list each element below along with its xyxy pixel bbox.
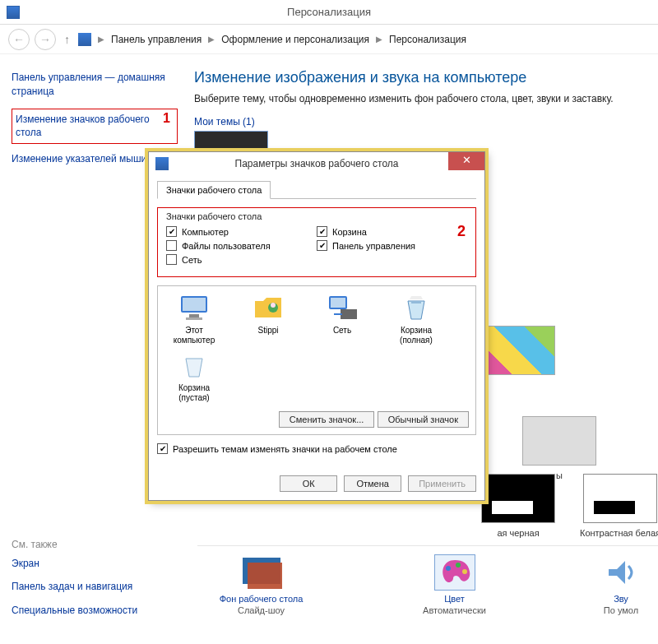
icon-label: Корзина (полная) (400, 326, 433, 345)
color-item[interactable]: Цвет Автоматически (407, 554, 502, 636)
svg-point-3 (456, 563, 461, 568)
see-also-taskbar-link[interactable]: Панель задач и навигация (12, 580, 178, 594)
group-legend: Значки рабочего стола (166, 211, 467, 221)
sidebar-change-desktop-icons-link[interactable]: Изменение значков рабочего стола (16, 113, 172, 141)
svg-rect-8 (186, 317, 202, 320)
recycle-bin-full-icon (400, 293, 433, 322)
checkbox-allow-themes[interactable]: ✔Разрешить темам изменять значки на рабо… (157, 443, 476, 454)
nav-bar: ← → ↑ ▶ Панель управления ▶ Оформление и… (0, 25, 658, 54)
theme-item[interactable]: ы (518, 416, 600, 480)
icon-preview-user[interactable]: Stippi (239, 293, 298, 345)
icon-preview-network[interactable]: Сеть (313, 293, 372, 345)
apply-button[interactable]: Применить (408, 475, 476, 492)
see-also-ease-link[interactable]: Специальные возможности (12, 604, 178, 618)
theme-item-hc-white[interactable]: Контрастная белая (579, 474, 658, 538)
recycle-bin-empty-icon (178, 350, 211, 380)
desktop-bg-title: Фон рабочего стола (214, 594, 308, 604)
checkbox-label: Корзина (332, 227, 367, 237)
sound-item[interactable]: Зву По умол (600, 554, 642, 636)
highlight-box-2: Значки рабочего стола 2 ✔Компьютер Файлы… (157, 207, 476, 277)
forward-button[interactable]: → (35, 29, 56, 50)
my-themes-label: Мои темы (1) (194, 116, 650, 127)
dialog-title: Параметры значков рабочего стола (235, 158, 399, 169)
icon-label: Корзина (пустая) (178, 383, 210, 402)
user-folder-icon (252, 293, 285, 322)
dialog-footer: ОК Отмена Применить (149, 467, 484, 500)
icons-preview-pane: Этот компьютер Stippi Сеть Корзина (полн… (157, 285, 476, 435)
checkbox-user-files[interactable]: Файлы пользователя (166, 240, 317, 251)
icon-preview-recycle-full[interactable]: Корзина (полная) (387, 293, 446, 345)
theme-swatch-icon (481, 326, 555, 375)
checkbox-computer[interactable]: ✔Компьютер (166, 226, 317, 237)
app-icon (7, 6, 20, 19)
theme-item-hc-black[interactable]: ая черная (477, 474, 559, 538)
checkbox-label: Компьютер (182, 227, 229, 237)
svg-rect-13 (341, 309, 357, 319)
highlight-box-1: Изменение значков рабочего стола 1 (12, 109, 178, 145)
chevron-right-icon: ▶ (376, 35, 382, 44)
window-titlebar: Персонализация (0, 0, 658, 25)
chevron-right-icon: ▶ (98, 35, 104, 44)
icon-label: Stippi (257, 326, 278, 335)
see-also-screen-link[interactable]: Экран (12, 557, 178, 571)
checkbox-recycle-bin[interactable]: ✔Корзина (317, 226, 467, 237)
cancel-button[interactable]: Отмена (344, 475, 401, 492)
network-icon (326, 293, 359, 322)
breadcrumb-item[interactable]: Оформление и персонализация (221, 34, 369, 45)
dialog-titlebar[interactable]: Параметры значков рабочего стола ✕ (149, 152, 484, 175)
theme-swatch-icon (522, 416, 596, 466)
color-title: Цвет (407, 594, 502, 604)
theme-row: ая черная Контрастная белая (477, 474, 658, 538)
bottom-strip: Фон рабочего стола Слайд-шоу Цвет Автома… (197, 545, 658, 644)
icon-preview-this-pc[interactable]: Этот компьютер (164, 293, 224, 345)
svg-point-10 (271, 303, 276, 308)
default-icon-button[interactable]: Обычный значок (378, 411, 469, 428)
svg-point-2 (446, 566, 451, 571)
ok-button[interactable]: ОК (280, 475, 337, 492)
tab-strip: Значки рабочего стола (157, 180, 476, 199)
checkbox-label: Файлы пользователя (182, 241, 271, 251)
checkbox-network[interactable]: Сеть (166, 254, 317, 265)
window-title: Персонализация (287, 6, 371, 18)
back-button[interactable]: ← (8, 29, 30, 50)
computer-icon (178, 293, 211, 322)
theme-label: Контрастная белая (579, 528, 658, 538)
desktop-icons-dialog: Параметры значков рабочего стола ✕ Значк… (148, 151, 485, 501)
breadcrumb-item[interactable]: Панель управления (111, 34, 202, 45)
see-also-heading: См. также (12, 539, 178, 550)
desktop-bg-item[interactable]: Фон рабочего стола Слайд-шоу (214, 554, 308, 636)
checkbox-label: Сеть (182, 255, 202, 265)
desktop-bg-icon (241, 554, 282, 591)
color-value: Автоматически (407, 605, 502, 615)
svg-rect-6 (183, 298, 206, 311)
svg-point-4 (462, 569, 467, 574)
theme-row (477, 326, 559, 380)
desktop-bg-value: Слайд-шоу (214, 605, 308, 615)
sound-value: По умол (600, 605, 642, 615)
dialog-icon (155, 157, 169, 170)
annotation-2: 2 (457, 223, 466, 240)
icon-preview-recycle-empty[interactable]: Корзина (пустая) (164, 350, 224, 403)
page-subtitle: Выберите тему, чтобы одновременно измени… (194, 93, 650, 104)
svg-rect-7 (189, 314, 199, 317)
theme-swatch-icon (481, 474, 555, 523)
sound-icon (600, 554, 642, 591)
theme-swatch-icon (583, 474, 657, 523)
tab-desktop-icons[interactable]: Значки рабочего стола (157, 181, 271, 199)
annotation-1: 1 (163, 111, 170, 126)
chevron-right-icon: ▶ (208, 35, 215, 44)
change-icon-button[interactable]: Сменить значок... (279, 411, 375, 428)
breadcrumb-item[interactable]: Персонализация (389, 34, 466, 45)
svg-rect-12 (331, 298, 345, 308)
checkbox-control-panel[interactable]: ✔Панель управления (317, 240, 467, 251)
svg-rect-1 (248, 563, 282, 589)
sidebar-home-link[interactable]: Панель управления — домашняя страница (12, 71, 178, 99)
icon-label: Этот компьютер (174, 326, 215, 345)
up-button[interactable]: ↑ (64, 33, 70, 46)
checkbox-label: Панель управления (332, 241, 415, 251)
close-button[interactable]: ✕ (448, 152, 484, 170)
color-icon (434, 554, 475, 591)
page-title: Изменение изображения и звука на компьют… (194, 69, 650, 86)
theme-item[interactable] (477, 326, 559, 380)
see-also-section: См. также Экран Панель задач и навигация… (12, 534, 178, 628)
